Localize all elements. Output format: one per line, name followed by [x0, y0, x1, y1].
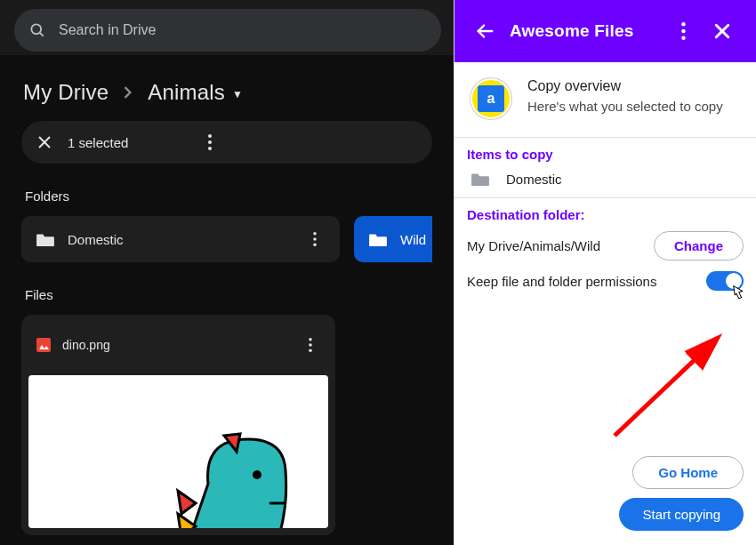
- svg-point-12: [309, 338, 312, 341]
- copy-item-name: Domestic: [506, 172, 562, 187]
- folder-name: Wild: [400, 232, 426, 247]
- svg-point-9: [313, 243, 317, 246]
- panel-title: Awesome Files: [510, 21, 664, 41]
- search-icon: [28, 21, 46, 39]
- panel-more-button[interactable]: [664, 12, 703, 51]
- search-input[interactable]: [59, 22, 427, 38]
- panel-body: a Copy overview Here's what you selected…: [454, 62, 756, 445]
- caret-down-icon: ▼: [232, 88, 243, 100]
- folders-section-label: Folders: [0, 180, 454, 216]
- folder-icon: [368, 231, 388, 247]
- file-more-button[interactable]: [293, 327, 328, 363]
- start-copying-button[interactable]: Start copying: [619, 498, 744, 531]
- breadcrumb-root[interactable]: My Drive: [23, 80, 109, 105]
- folder-icon: [36, 231, 55, 247]
- svg-point-6: [208, 147, 212, 150]
- clear-selection-button[interactable]: [27, 124, 62, 160]
- file-card-header: dino.png: [21, 315, 335, 375]
- breadcrumb-current[interactable]: Animals ▼: [148, 80, 243, 105]
- search-bar[interactable]: [14, 9, 441, 52]
- folder-chip-wild[interactable]: Wild: [354, 216, 432, 262]
- destination-label: Destination folder:: [467, 207, 744, 222]
- change-destination-button[interactable]: Change: [654, 231, 744, 260]
- svg-point-17: [681, 22, 685, 26]
- app-badge-icon: a: [470, 78, 511, 119]
- breadcrumb: My Drive Animals ▼: [0, 71, 454, 121]
- selection-more-button[interactable]: [192, 124, 228, 160]
- svg-rect-10: [36, 338, 51, 352]
- overview-title: Copy overview: [527, 78, 742, 94]
- copy-overview: a Copy overview Here's what you selected…: [467, 75, 744, 132]
- folder-row: Domestic Wild: [0, 216, 454, 278]
- folder-more-button[interactable]: [297, 221, 333, 257]
- image-file-icon: [36, 337, 52, 353]
- items-to-copy-label: Items to copy: [467, 147, 744, 162]
- dino-illustration: [173, 421, 306, 528]
- permissions-row: Keep file and folder permissions: [467, 271, 744, 291]
- svg-point-19: [681, 36, 685, 40]
- file-card[interactable]: dino.png: [21, 315, 335, 535]
- svg-point-15: [253, 470, 261, 479]
- drive-app: My Drive Animals ▼ 1 selected Folders: [0, 0, 454, 545]
- file-thumbnail: [28, 375, 328, 528]
- destination-row: My Drive/Animals/Wild Change: [467, 231, 744, 260]
- copy-item: Domestic: [470, 171, 744, 187]
- destination-path: My Drive/Animals/Wild: [467, 238, 600, 253]
- svg-point-13: [309, 343, 312, 347]
- panel-footer: Go Home Start copying: [454, 445, 756, 545]
- svg-line-1: [40, 33, 44, 36]
- divider: [454, 137, 756, 138]
- drive-content: My Drive Animals ▼ 1 selected Folders: [0, 55, 454, 545]
- svg-point-5: [208, 140, 212, 144]
- cursor-pointer-icon: [728, 283, 749, 305]
- svg-point-8: [313, 237, 317, 241]
- file-name: dino.png: [62, 338, 110, 352]
- overview-subtitle: Here's what you selected to copy: [527, 98, 742, 116]
- svg-point-0: [31, 24, 41, 34]
- folder-chip-domestic[interactable]: Domestic: [21, 216, 340, 262]
- divider: [454, 197, 756, 198]
- permissions-label: Keep file and folder permissions: [467, 274, 656, 289]
- selection-bar: 1 selected: [21, 121, 432, 164]
- chevron-right-icon: [123, 86, 133, 99]
- close-panel-button[interactable]: [703, 12, 742, 51]
- go-home-button[interactable]: Go Home: [632, 456, 744, 489]
- svg-point-18: [681, 29, 685, 33]
- folder-icon: [470, 171, 490, 187]
- folder-name: Domestic: [68, 232, 124, 247]
- files-section-label: Files: [0, 278, 454, 315]
- selection-count: 1 selected: [68, 135, 128, 150]
- panel-header: Awesome Files: [454, 0, 756, 62]
- svg-point-7: [313, 232, 317, 236]
- back-button[interactable]: [465, 12, 504, 51]
- awesome-files-panel: Awesome Files a Copy overview Here's wha…: [454, 0, 756, 545]
- breadcrumb-current-label: Animals: [148, 80, 225, 105]
- svg-point-14: [309, 349, 312, 352]
- svg-point-4: [208, 134, 212, 138]
